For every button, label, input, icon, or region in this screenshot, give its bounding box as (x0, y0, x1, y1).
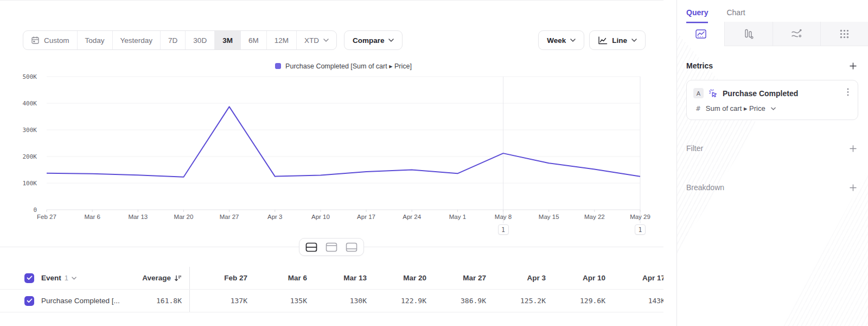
range-label: Custom (44, 36, 69, 45)
select-all-checkbox[interactable] (24, 273, 34, 283)
chart-type-matrix[interactable] (820, 22, 868, 46)
table-column-header: Apr 3 (488, 274, 548, 282)
chart-legend[interactable]: Purchase Completed [Sum of cart ▸ Price] (47, 62, 640, 70)
range-label: Today (85, 36, 105, 45)
tab-query[interactable]: Query (686, 8, 708, 22)
plus-icon (849, 145, 857, 153)
range-option-7d[interactable]: 7D (161, 31, 186, 49)
chart-type-dropdown[interactable]: Line (589, 30, 646, 50)
line-chart-icon (598, 36, 608, 45)
range-label: 12M (275, 36, 289, 45)
event-dropdown[interactable]: Event 1 (41, 274, 76, 282)
bar-chart-type-icon (743, 28, 754, 39)
x-tick-label: May 29 (630, 214, 650, 220)
chart-toolbar: CustomTodayYesterday7D30D3M6M12MXTD Comp… (23, 30, 646, 50)
chart-only-icon (326, 242, 337, 252)
line-chart-type-icon (695, 29, 706, 39)
x-tick-label: Mar 20 (174, 214, 194, 220)
check-icon (27, 298, 33, 303)
metrics-section-title: Metrics (686, 61, 713, 70)
table-column-header: Mar 13 (309, 274, 369, 282)
chart-type-retention[interactable] (773, 22, 820, 46)
row-average-value: 161.8K (156, 297, 182, 305)
series-line (47, 106, 640, 177)
range-option-yesterday[interactable]: Yesterday (113, 31, 161, 49)
range-option-12m[interactable]: 12M (267, 31, 297, 49)
event-count: 1 (65, 274, 68, 282)
chevron-down-icon (771, 107, 776, 110)
background-pattern (677, 0, 868, 326)
table-header-row: Event 1 Average Feb 27Mar 6Mar 13Mar 20M… (0, 267, 663, 290)
layout-toggle-table-only[interactable] (342, 240, 361, 254)
range-option-xtd[interactable]: XTD (297, 31, 336, 49)
chart-type-selector (677, 22, 868, 46)
table-cell-value: 386.9K (429, 297, 488, 305)
range-option-today[interactable]: Today (78, 31, 113, 49)
range-label: 6M (248, 36, 259, 45)
chart-type-bar-chart[interactable] (724, 22, 772, 46)
add-breakdown-button[interactable] (847, 182, 858, 193)
matrix-type-icon (839, 29, 850, 39)
y-tick-label: 100K (0, 180, 37, 187)
add-metric-button[interactable] (847, 60, 858, 71)
annotation-badge[interactable]: 1 (635, 224, 646, 235)
metric-card[interactable]: A Purchase Completed # Sum of cart ▸ Pri… (686, 80, 858, 120)
y-tick-label: 400K (0, 100, 37, 107)
series-color-swatch (275, 63, 281, 69)
x-tick-label: Apr 3 (267, 214, 283, 220)
table-cell-value: 125.2K (488, 297, 548, 305)
x-tick-label: Apr 17 (357, 214, 375, 220)
table-column-header: Apr 10 (548, 274, 608, 282)
layout-toggle-group (299, 238, 364, 256)
chevron-down-icon (323, 39, 329, 42)
range-option-30d[interactable]: 30D (186, 31, 215, 49)
x-tick-label: May 1 (449, 214, 466, 220)
aggregation-dropdown[interactable]: # Sum of cart ▸ Price (693, 104, 851, 112)
plus-icon (849, 62, 857, 70)
chart-type-label: Line (612, 36, 627, 45)
insights-report-area: CustomTodayYesterday7D30D3M6M12MXTD Comp… (0, 0, 663, 326)
table-column-header: Mar 27 (429, 274, 488, 282)
query-builder-panel: Query Chart Metrics A Purchase Completed… (677, 0, 868, 326)
sort-descending-icon (174, 274, 182, 282)
range-label: Yesterday (120, 36, 153, 45)
annotation-badge[interactable]: 1 (498, 224, 509, 235)
range-label: XTD (304, 36, 319, 45)
table-cell-value: 137K (190, 297, 250, 305)
x-tick-label: May 15 (539, 214, 559, 220)
chart-type-line-chart[interactable] (677, 22, 724, 46)
breakdown-section-title: Breakdown (686, 183, 724, 192)
granularity-dropdown[interactable]: Week (538, 30, 584, 50)
compare-button[interactable]: Compare (344, 30, 403, 50)
cursor-click-icon (709, 89, 718, 98)
range-option-6m[interactable]: 6M (241, 31, 267, 49)
table-only-icon (346, 242, 358, 252)
range-label: 30D (193, 36, 207, 45)
metric-event-name: Purchase Completed (723, 89, 840, 98)
x-tick-label: May 8 (495, 214, 512, 220)
table-cell-value: 122.9K (369, 297, 429, 305)
chevron-down-icon (570, 39, 576, 42)
add-filter-button[interactable] (847, 143, 858, 154)
range-option-custom[interactable]: Custom (23, 31, 78, 49)
split-view-icon (305, 242, 317, 252)
layout-toggle-split-view[interactable] (302, 240, 321, 254)
y-tick-label: 300K (0, 127, 37, 134)
aggregation-label: Sum of cart ▸ Price (706, 104, 765, 112)
range-option-3m[interactable]: 3M (215, 31, 241, 49)
y-tick-label: 200K (0, 153, 37, 160)
results-table: Event 1 Average Feb 27Mar 6Mar 13Mar 20M… (0, 267, 663, 312)
series-legend-label: Purchase Completed [Sum of cart ▸ Price] (285, 62, 412, 70)
metric-options-button[interactable] (845, 87, 851, 99)
row-label: Purchase Completed [... (41, 297, 120, 305)
retention-type-icon (791, 29, 802, 39)
tab-chart[interactable]: Chart (726, 8, 745, 22)
x-tick-label: Mar 27 (220, 214, 239, 220)
y-tick-label: 0 (0, 206, 37, 214)
table-cell-value: 135K (250, 297, 309, 305)
average-sort-control[interactable]: Average (142, 274, 182, 282)
table-cell-value: 129.6K (548, 297, 608, 305)
row-checkbox[interactable] (24, 296, 34, 306)
range-label: 7D (168, 36, 177, 45)
layout-toggle-chart-only[interactable] (322, 240, 341, 254)
